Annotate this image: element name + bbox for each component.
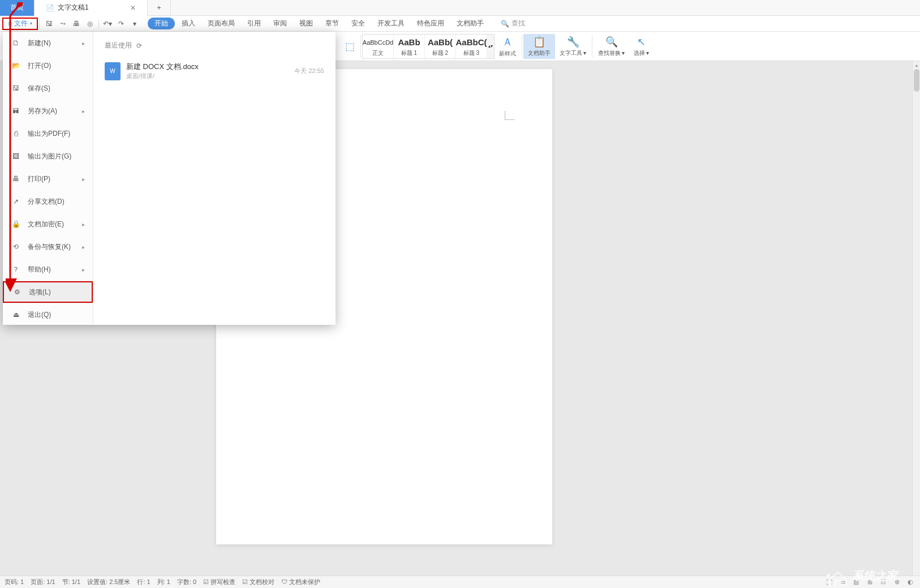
more-icon[interactable]: ▾ bbox=[128, 18, 141, 30]
doc-tab-label: 文字文稿1 bbox=[58, 3, 89, 12]
view-read-icon[interactable]: ▥ bbox=[851, 577, 861, 587]
menu-saveas[interactable]: 🖬 另存为(A) ▸ bbox=[3, 100, 93, 122]
vertical-scrollbar[interactable]: ▴ bbox=[912, 61, 920, 576]
new-icon: 🗋 bbox=[11, 38, 21, 48]
view-outline-icon[interactable]: ☷ bbox=[878, 577, 888, 587]
view-mode-icon[interactable]: ◐ bbox=[905, 577, 915, 587]
menu-open[interactable]: 📂 打开(O) bbox=[3, 54, 93, 77]
new-tab-button[interactable]: ＋ bbox=[148, 0, 171, 16]
status-setting[interactable]: 设置值: 2.5厘米 bbox=[87, 578, 130, 586]
file-menu-list: 🗋 新建(N) ▸ 📂 打开(O) 🖫 保存(S) 🖬 另存为(A) ▸ ⎙ 输… bbox=[3, 32, 93, 325]
exit-icon: ⏏ bbox=[11, 310, 21, 320]
menu-backup[interactable]: ⟲ 备份与恢复(K) ▸ bbox=[3, 235, 93, 258]
tab-insert[interactable]: 插入 bbox=[176, 17, 201, 30]
arrow-icon: ▸ bbox=[82, 176, 85, 182]
search-box[interactable]: 🔍 查找 bbox=[501, 19, 525, 28]
status-bar: 页码: 1 页面: 1/1 节: 1/1 设置值: 2.5厘米 行: 1 列: … bbox=[0, 576, 920, 588]
format-box-icon[interactable]: ⬚ bbox=[341, 34, 359, 59]
backup-icon: ⟲ bbox=[11, 242, 21, 252]
scroll-up-icon[interactable]: ▴ bbox=[913, 61, 920, 69]
find-replace-button[interactable]: 🔍 查找替换▾ bbox=[594, 34, 629, 59]
recent-filename: 新建 DOCX 文档.docx bbox=[126, 62, 289, 72]
toolbar: ≡ 文件 ▾ 🖫 ⤳ 🖶 ◎ ↶▾ ↷ ▾ 开始 插入 页面布局 引用 审阅 视… bbox=[0, 16, 920, 32]
status-page[interactable]: 页面: 1/1 bbox=[31, 578, 55, 586]
gear-icon: ⚙ bbox=[12, 287, 22, 297]
menu-exportpdf[interactable]: ⎙ 输出为PDF(F) bbox=[3, 122, 93, 145]
style-heading3[interactable]: AaBbC( 标题 3 bbox=[456, 35, 487, 58]
menu-help[interactable]: ？ 帮助(H) ▸ bbox=[3, 258, 93, 281]
status-protect[interactable]: 🛡 文档未保护 bbox=[281, 578, 320, 586]
view-fullscreen-icon[interactable]: ⛶ bbox=[824, 577, 834, 587]
new-style-button[interactable]: Ａ 新样式 bbox=[495, 34, 521, 59]
status-chars[interactable]: 字数: 0 bbox=[177, 578, 196, 586]
doc-icon: 📄 bbox=[46, 4, 54, 12]
style-name: 正文 bbox=[372, 49, 384, 57]
style-preview: AaBb bbox=[398, 36, 420, 49]
style-heading2[interactable]: AaBb( 标题 2 bbox=[425, 35, 456, 58]
style-normal[interactable]: AaBbCcDd 正文 bbox=[363, 35, 394, 58]
ribbon-tabs: 开始 插入 页面布局 引用 审阅 视图 章节 安全 开发工具 特色应用 文档助手 bbox=[148, 17, 489, 30]
tab-ref[interactable]: 引用 bbox=[242, 17, 266, 30]
status-row[interactable]: 行: 1 bbox=[137, 578, 150, 586]
status-spell[interactable]: ☑ 拼写检查 bbox=[203, 578, 235, 586]
saveas-icon[interactable]: ⤳ bbox=[57, 18, 69, 30]
zoom-icon[interactable]: ⊕ bbox=[892, 577, 902, 587]
text-tool-button[interactable]: 🔧 文字工具▾ bbox=[555, 34, 591, 59]
menu-encrypt[interactable]: 🔒 文档加密(E) ▸ bbox=[3, 213, 93, 235]
style-preview: AaBbCcDd bbox=[363, 36, 393, 49]
home-tab[interactable]: 首页 bbox=[0, 0, 35, 16]
tab-dochelper[interactable]: 文档助手 bbox=[451, 17, 489, 30]
document-tab[interactable]: 📄 文字文稿1 ✕ bbox=[35, 0, 148, 16]
select-label: 选择 bbox=[634, 49, 645, 57]
tab-security[interactable]: 安全 bbox=[346, 17, 371, 30]
menu-exit[interactable]: ⏏ 退出(Q) bbox=[3, 303, 93, 326]
status-proof[interactable]: ☑ 文档校对 bbox=[242, 578, 274, 586]
search-label: 查找 bbox=[511, 19, 525, 28]
tab-dev[interactable]: 开发工具 bbox=[372, 17, 410, 30]
menu-share[interactable]: ↗ 分享文档(D) bbox=[3, 190, 93, 213]
recent-file-item[interactable]: W 新建 DOCX 文档.docx 桌面/排课/ 今天 22:55 bbox=[105, 59, 324, 83]
doc-helper-button[interactable]: 📋 文档助手 bbox=[523, 34, 555, 59]
view-layout-icon[interactable]: ▭ bbox=[837, 577, 848, 587]
arrow-icon: ▸ bbox=[82, 108, 85, 114]
recent-header: 最近使用 bbox=[105, 41, 132, 50]
status-pagenum[interactable]: 页码: 1 bbox=[5, 578, 24, 586]
menu-options[interactable]: ⚙ 选项(L) bbox=[3, 281, 93, 303]
recent-filetime: 今天 22:55 bbox=[294, 67, 324, 75]
menu-exportimg[interactable]: 🖼 输出为图片(G) bbox=[3, 145, 93, 168]
save-icon[interactable]: 🖫 bbox=[43, 18, 55, 30]
tab-review[interactable]: 审阅 bbox=[268, 17, 293, 30]
title-tab-bar: 首页 📄 文字文稿1 ✕ ＋ bbox=[0, 0, 920, 16]
print-icon[interactable]: 🖶 bbox=[70, 18, 83, 30]
menu-new[interactable]: 🗋 新建(N) ▸ bbox=[3, 32, 93, 54]
status-section[interactable]: 节: 1/1 bbox=[62, 578, 80, 586]
style-name: 标题 1 bbox=[401, 49, 417, 57]
scroll-thumb[interactable] bbox=[914, 69, 919, 92]
tab-section[interactable]: 章节 bbox=[320, 17, 345, 30]
select-button[interactable]: ↖ 选择▾ bbox=[629, 34, 654, 59]
status-col[interactable]: 列: 1 bbox=[157, 578, 170, 586]
menu-save[interactable]: 🖫 保存(S) bbox=[3, 77, 93, 100]
texttool-label: 文字工具 bbox=[560, 49, 582, 57]
file-menu-button[interactable]: ≡ 文件 ▾ bbox=[2, 18, 38, 30]
tab-start[interactable]: 开始 bbox=[148, 18, 175, 29]
menu-print[interactable]: 🖶 打印(P) ▸ bbox=[3, 168, 93, 190]
preview-icon[interactable]: ◎ bbox=[84, 18, 96, 30]
redo-icon[interactable]: ↷ bbox=[115, 18, 127, 30]
undo-icon[interactable]: ↶▾ bbox=[101, 18, 114, 30]
tab-special[interactable]: 特色应用 bbox=[411, 17, 450, 30]
view-web-icon[interactable]: ⊞ bbox=[865, 577, 875, 587]
refresh-icon[interactable]: ⟳ bbox=[136, 42, 142, 50]
close-tab-icon[interactable]: ✕ bbox=[130, 4, 136, 12]
arrow-icon: ▸ bbox=[82, 267, 85, 273]
style-heading1[interactable]: AaBb 标题 1 bbox=[394, 35, 425, 58]
tab-view[interactable]: 视图 bbox=[294, 17, 319, 30]
file-menu-dropdown: 🗋 新建(N) ▸ 📂 打开(O) 🖫 保存(S) 🖬 另存为(A) ▸ ⎙ 输… bbox=[3, 32, 336, 325]
tab-layout[interactable]: 页面布局 bbox=[202, 17, 240, 30]
image-icon: 🖼 bbox=[11, 151, 21, 161]
hamburger-icon: ≡ bbox=[8, 20, 12, 28]
texttool-icon: 🔧 bbox=[567, 36, 579, 48]
style-expand-button[interactable]: ▴▾ bbox=[487, 35, 494, 58]
share-icon: ↗ bbox=[11, 196, 21, 207]
dochelper-label: 文档助手 bbox=[528, 49, 551, 57]
